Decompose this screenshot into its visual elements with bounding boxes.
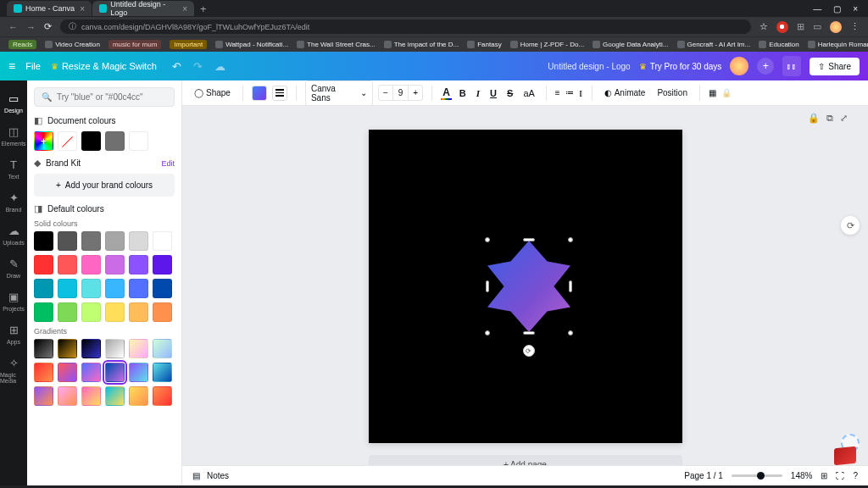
rotate-handle[interactable]: ⟳: [523, 345, 535, 357]
bookmark-item[interactable]: Wattpad - Notificati...: [215, 41, 288, 48]
gradient-swatch[interactable]: [81, 363, 101, 382]
colour-swatch[interactable]: [105, 231, 125, 251]
resize-handle[interactable]: [569, 280, 572, 292]
rail-elements[interactable]: ◫Elements: [0, 120, 27, 152]
file-menu[interactable]: File: [25, 61, 41, 71]
add-brand-colours-button[interactable]: + Add your brand colours: [34, 174, 175, 197]
colour-swatch[interactable]: [58, 279, 77, 298]
align-button[interactable]: ≡: [555, 88, 560, 97]
resize-handle[interactable]: [523, 238, 535, 241]
bookmark-item[interactable]: Important: [170, 40, 207, 49]
cloud-sync-icon[interactable]: ☁: [214, 60, 225, 73]
underline-button[interactable]: U: [487, 86, 499, 100]
colour-swatch[interactable]: [34, 231, 53, 251]
gradient-swatch[interactable]: [34, 339, 53, 358]
zoom-thumb[interactable]: [757, 472, 765, 480]
duplicate-page-icon[interactable]: ⧉: [826, 113, 833, 124]
bookmark-item[interactable]: Harlequin Romance...: [808, 41, 868, 48]
user-avatar[interactable]: [730, 57, 748, 75]
strikethrough-button[interactable]: S: [504, 86, 515, 100]
colour-swatch[interactable]: [34, 279, 53, 298]
rail-design[interactable]: ▭Design: [0, 87, 27, 119]
colour-swatch[interactable]: [129, 279, 148, 298]
help-button[interactable]: ?: [853, 471, 858, 480]
colour-swatch[interactable]: [81, 231, 101, 251]
gradient-swatch[interactable]: [153, 339, 172, 358]
colour-swatch[interactable]: [81, 302, 101, 322]
bookmark-item[interactable]: Google Data Analyti...: [593, 41, 668, 48]
add-page-button[interactable]: + Add page: [369, 455, 682, 465]
bookmark-item[interactable]: Home | Z-PDF - Do...: [510, 41, 584, 48]
text-color-button[interactable]: A: [441, 86, 452, 100]
rail-brand[interactable]: ✦Brand: [0, 186, 27, 218]
color-search[interactable]: 🔍: [34, 87, 175, 107]
bookmark-item[interactable]: Reads: [8, 40, 36, 49]
bookmark-item[interactable]: Gencraft - AI Art Im...: [677, 41, 751, 48]
analytics-button[interactable]: ⫾⫾: [782, 56, 801, 76]
rail-draw[interactable]: ✎Draw: [0, 252, 27, 284]
resize-handle[interactable]: [523, 331, 535, 335]
grid-view-button[interactable]: ⊞: [821, 471, 827, 480]
colour-swatch[interactable]: [153, 302, 172, 322]
rail-magic-media[interactable]: ✧Magic Media: [0, 352, 27, 389]
rail-text[interactable]: TText: [0, 153, 27, 185]
undo-button[interactable]: ↶: [172, 60, 181, 73]
colour-swatch[interactable]: [153, 255, 172, 274]
menu-button[interactable]: ⋮: [850, 21, 860, 32]
gradient-swatch[interactable]: [34, 363, 53, 382]
colour-swatch[interactable]: [58, 302, 77, 322]
font-size-value[interactable]: 9: [392, 86, 409, 100]
bookmark-item[interactable]: The impact of the D...: [384, 41, 459, 48]
bold-button[interactable]: B: [457, 86, 469, 100]
gradient-swatch[interactable]: [129, 363, 148, 382]
gradient-swatch[interactable]: [129, 339, 148, 358]
lock-button[interactable]: 🔒: [721, 88, 732, 97]
bookmark-item[interactable]: music for mum: [108, 40, 161, 49]
address-bar[interactable]: ⓘ canva.com/design/DAGHVl8A98Y/goF_lTWLu…: [60, 19, 751, 34]
gradient-swatch[interactable]: [81, 339, 101, 358]
document-title[interactable]: Untitled design - Logo: [548, 62, 630, 71]
browser-tab[interactable]: Untitled design - Logo ×: [92, 1, 194, 16]
no-colour-swatch[interactable]: [58, 131, 77, 151]
border-style-button[interactable]: [272, 86, 287, 101]
bookmark-star-icon[interactable]: ☆: [760, 21, 768, 32]
profile-avatar[interactable]: [830, 21, 842, 33]
colour-swatch[interactable]: [129, 302, 148, 322]
gradient-swatch[interactable]: [153, 363, 172, 382]
colour-swatch[interactable]: [105, 255, 125, 274]
colour-swatch[interactable]: [81, 279, 101, 298]
forward-button[interactable]: →: [26, 22, 36, 32]
assistant-widget[interactable]: [832, 441, 856, 464]
color-search-input[interactable]: [57, 92, 167, 102]
resize-magic-switch[interactable]: ♛ Resize & Magic Switch: [51, 61, 157, 71]
colour-swatch[interactable]: [153, 279, 172, 298]
zoom-value[interactable]: 148%: [791, 471, 813, 480]
rail-apps[interactable]: ⊞Apps: [0, 319, 27, 350]
browser-tab[interactable]: Home - Canva ×: [7, 1, 92, 16]
fill-color-swatch[interactable]: [252, 86, 267, 101]
rail-projects[interactable]: ▣Projects: [0, 286, 27, 317]
close-icon[interactable]: ×: [182, 4, 187, 14]
back-button[interactable]: ←: [8, 22, 18, 32]
zoom-slider[interactable]: [732, 474, 782, 477]
site-info-icon[interactable]: ⓘ: [69, 21, 76, 32]
resize-handle[interactable]: [485, 330, 490, 336]
colour-swatch[interactable]: [105, 279, 125, 298]
animate-button[interactable]: ◐Animate: [601, 86, 649, 100]
resize-handle[interactable]: [485, 237, 490, 242]
gradient-swatch[interactable]: [105, 363, 125, 382]
resize-handle[interactable]: [486, 280, 489, 292]
canvas-scroll[interactable]: 🔒 ⧉ ⤢ ⟳: [182, 106, 868, 465]
colour-swatch[interactable]: [34, 255, 53, 274]
decrease-size[interactable]: −: [379, 86, 392, 100]
share-button[interactable]: ⇧ Share: [810, 58, 860, 75]
increase-size[interactable]: +: [409, 86, 422, 100]
close-window-button[interactable]: ×: [853, 4, 858, 14]
colour-swatch[interactable]: [129, 131, 148, 151]
transparency-button[interactable]: ▦: [709, 88, 716, 97]
resize-handle[interactable]: [568, 237, 573, 242]
rail-uploads[interactable]: ☁Uploads: [0, 219, 27, 251]
try-pro-button[interactable]: ♛ Try Pro for 30 days: [639, 62, 722, 71]
colour-swatch[interactable]: [81, 255, 101, 274]
gradient-swatch[interactable]: [34, 386, 53, 406]
